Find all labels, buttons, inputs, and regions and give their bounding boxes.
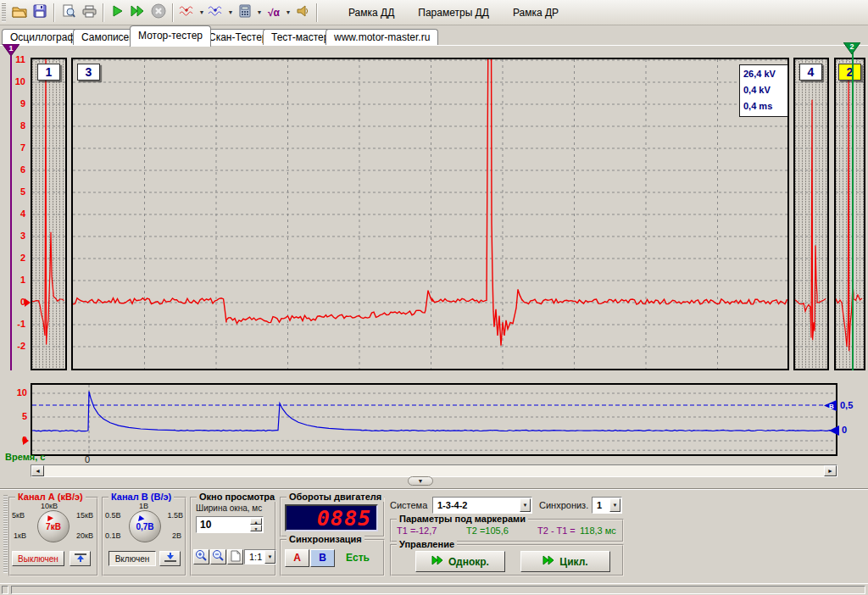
sync-cylinder-label: Синхрониз.: [539, 500, 588, 510]
scale-ratio-value: 1:1: [249, 552, 262, 562]
sync-level-marker-b[interactable]: B: [824, 400, 837, 413]
print-preview-icon: [62, 4, 75, 20]
channel-b-knob-area: 1В 0.5В 1.5В 0.1В 2В 0,7В: [105, 502, 183, 544]
main-toolbar: ▼ ▼ ▼ √α ▼ Рамка ДД Параметры ДД Рамка Д…: [0, 0, 868, 25]
cylinder-segment-2[interactable]: 2: [834, 58, 865, 370]
status-cell: [11, 586, 865, 594]
double-play-icon: [431, 555, 444, 568]
calculator-icon: [239, 4, 251, 20]
firing-order-combo[interactable]: 1-3-4-2 ▼: [432, 497, 532, 514]
segment-label-4: 4: [799, 64, 822, 81]
zoom-out-button[interactable]: [210, 549, 226, 564]
marker-t2-number: 2: [843, 42, 860, 52]
y-axis-label: 7: [5, 142, 25, 154]
signal-a-button[interactable]: [177, 3, 198, 23]
y-axis-label: 11: [5, 54, 25, 66]
sync-group: Синхронизация А В Есть: [280, 539, 385, 576]
toolbar-separator: [53, 3, 55, 22]
signal-b-dropdown[interactable]: ▼: [226, 3, 235, 23]
signal-a-dropdown[interactable]: ▼: [198, 3, 206, 23]
tab-motor-tester[interactable]: Мотор-тестер: [130, 25, 211, 47]
status-bar: [0, 583, 868, 595]
scale-label: 2В: [172, 531, 181, 540]
channel-a-group: Канал А (кВ/э) 10кВ 5кВ 15кВ 1кВ 20кВ 7к…: [8, 497, 98, 576]
spin-up-button[interactable]: ▲: [250, 518, 262, 525]
scroll-left-button[interactable]: ◄: [31, 465, 44, 476]
y-axis-label: 3: [5, 231, 25, 242]
ratio-dropdown-button[interactable]: ▼: [264, 550, 275, 564]
collapse-panel-button[interactable]: ▼: [408, 476, 433, 486]
toolbar-gripper[interactable]: [2, 3, 6, 22]
menu-ramka-dd[interactable]: Рамка ДД: [337, 3, 406, 23]
spin-down-button[interactable]: ▼: [250, 525, 262, 531]
tab-motor-master-site[interactable]: www.motor-master.ru: [326, 29, 438, 46]
menu-parametry-dd[interactable]: Параметры ДД: [406, 3, 501, 23]
run-fast-button[interactable]: [128, 3, 148, 23]
marker-t1-number: 1: [3, 44, 19, 53]
stop-icon: [151, 3, 166, 21]
panel-gripper[interactable]: [3, 495, 8, 573]
window-width-value: 10: [200, 519, 211, 531]
sync-cylinder-dropdown[interactable]: ▼: [609, 498, 620, 512]
sync-channel-b-button[interactable]: В: [310, 549, 335, 567]
sync-channel-a-button[interactable]: А: [285, 549, 309, 567]
signal-b-button[interactable]: [206, 3, 226, 23]
save-file-button[interactable]: [30, 3, 50, 23]
channel-a-state-button[interactable]: Выключен: [12, 551, 64, 566]
zoom-out-icon: [212, 549, 225, 564]
sync-cylinder-combo[interactable]: 1 ▼: [592, 497, 622, 514]
firing-order-value: 1-3-4-2: [437, 500, 467, 510]
formula-button[interactable]: √α: [264, 3, 284, 23]
marker-t2-line[interactable]: [852, 53, 854, 370]
channel-a-range-knob[interactable]: 7кВ: [37, 510, 70, 542]
sync-threshold-value: 0,5: [840, 400, 853, 410]
marker-t1-line[interactable]: [10, 56, 12, 370]
calculator-dropdown[interactable]: ▼: [255, 3, 264, 23]
open-file-button[interactable]: [9, 3, 30, 23]
view-window-title: Окно просмотра: [197, 492, 277, 502]
window-width-spinbox[interactable]: 10 ▲ ▼: [196, 516, 264, 533]
rpm-led-display: 0885: [285, 504, 378, 531]
floppy-save-icon: [33, 4, 47, 20]
rpm-timeline-chart[interactable]: [31, 383, 837, 456]
channel-b-position-button[interactable]: [159, 551, 181, 566]
tab-oscillograph[interactable]: Осциллограф: [2, 29, 84, 46]
calculator-button[interactable]: [235, 3, 255, 23]
cycle-button[interactable]: Цикл.: [520, 551, 610, 572]
y-axis-label: 1: [5, 275, 25, 286]
y-axis-label: 5: [5, 186, 25, 198]
formula-dropdown[interactable]: ▼: [284, 3, 292, 23]
sub-zero-marker[interactable]: [829, 425, 839, 437]
run-single-button[interactable]: [108, 3, 128, 23]
print-button[interactable]: [79, 3, 99, 23]
channel-b-state-button[interactable]: Включен: [108, 551, 156, 566]
dt-value: 118,3 мс: [580, 525, 616, 536]
cylinder-segment-4[interactable]: 4: [793, 58, 829, 370]
channel-b-range-knob[interactable]: 0,7В: [129, 510, 161, 542]
channel-a-position-button[interactable]: [70, 551, 91, 566]
play-icon: [112, 5, 124, 19]
menu-ramka-dr[interactable]: Рамка ДР: [501, 3, 570, 23]
print-preview-button[interactable]: [58, 3, 79, 23]
control-panel: Канал А (кВ/э) 10кВ 5кВ 15кВ 1кВ 20кВ 7к…: [0, 490, 868, 580]
zoom-in-button[interactable]: [193, 549, 209, 564]
marker-t2-flag[interactable]: 2: [843, 42, 860, 54]
scroll-right-button[interactable]: ►: [824, 465, 837, 476]
sound-button[interactable]: [292, 3, 313, 23]
zoom-in-icon: [195, 549, 208, 564]
stop-button[interactable]: [148, 3, 169, 23]
trace-up-icon: [74, 553, 87, 565]
sync-cylinder-value: 1: [597, 500, 602, 510]
y-axis-label: 6: [5, 164, 25, 176]
cylinder-segment-1[interactable]: 1: [31, 58, 67, 370]
y-axis-label: 10: [5, 76, 25, 88]
new-view-button[interactable]: [227, 549, 243, 564]
cylinder-segment-3[interactable]: 3: [71, 58, 789, 370]
scale-ratio-combo[interactable]: 1:1 ▼: [244, 549, 276, 564]
marker-t1-flag[interactable]: 1: [3, 44, 19, 56]
single-shot-button[interactable]: Однокр.: [415, 551, 505, 572]
channel-a-title: Канал А (кВ/э): [15, 492, 86, 502]
time-scrollbar[interactable]: ◄ ►: [31, 464, 837, 477]
firing-order-dropdown[interactable]: ▼: [520, 498, 531, 512]
sub-zero-arrow: [23, 437, 33, 445]
